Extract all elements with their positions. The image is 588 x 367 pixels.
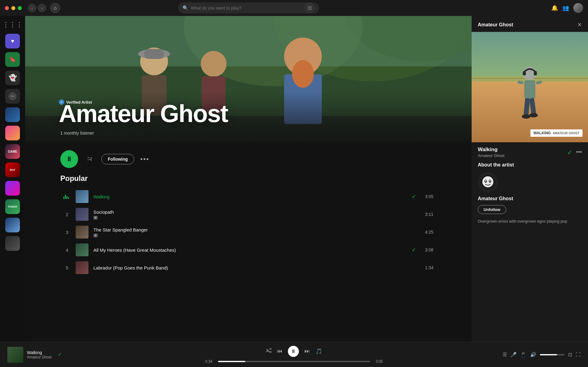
- track-1-info: Walking: [93, 194, 407, 199]
- track-4-name: All My Heroes (Have Great Moustaches): [93, 247, 407, 253]
- player-track-name: Walking: [27, 350, 52, 355]
- sidebar-item-disney-lullaby[interactable]: [5, 107, 20, 122]
- now-playing-actions: ✓ •••: [567, 149, 582, 156]
- sidebar-item-tangk[interactable]: TANGK: [5, 199, 20, 214]
- track-number-3: 3: [63, 230, 71, 235]
- titlebar: ‹ › ⌂ 🔍 ⊡ 🔔 👥: [0, 0, 588, 16]
- play-pause-button[interactable]: ⏸: [60, 150, 78, 168]
- svg-rect-22: [523, 98, 530, 117]
- unfollow-button[interactable]: Unfollow: [478, 205, 506, 214]
- following-button[interactable]: Following: [101, 154, 134, 164]
- player-progress-track[interactable]: [218, 361, 370, 362]
- player-fullscreen-button[interactable]: ⛶: [576, 352, 581, 357]
- player-saved-icon[interactable]: ✓: [58, 352, 62, 357]
- player-play-pause-button[interactable]: ⏸: [288, 346, 299, 357]
- main-layout: ⋮⋮⋮ ♥ 🔖 👻 GAME McF TANGK: [0, 16, 588, 342]
- sidebar-item-bookmarked[interactable]: 🔖: [5, 52, 20, 67]
- search-bar-container: 🔍 ⊡: [178, 2, 319, 13]
- player-track-thumbnail: [7, 347, 23, 363]
- track-4-thumbnail: [76, 243, 89, 256]
- sidebar-item-blue[interactable]: [5, 218, 20, 232]
- svg-rect-17: [523, 71, 526, 75]
- content-area: ✓ Verified Artist Amateur Ghost 1 monthl…: [25, 16, 588, 342]
- about-artist-avatar[interactable]: [478, 172, 498, 192]
- library-icon[interactable]: ⋮⋮⋮: [2, 21, 23, 29]
- svg-point-24: [522, 114, 530, 119]
- player-now-playing: Walking Amateur Ghost ✓: [7, 347, 93, 363]
- player-previous-button[interactable]: ⏮: [277, 348, 282, 354]
- track-row[interactable]: 2 Sociopath E 3:11: [60, 205, 436, 223]
- sidebar-item-purple-mix[interactable]: [5, 181, 20, 196]
- track-row[interactable]: 5 Labrador (Pop Goes the Punk Band) 1:34: [60, 259, 436, 277]
- track-5-duration: 1:34: [421, 265, 433, 270]
- track-number-2: 2: [63, 212, 71, 217]
- album-art: WALKING AMATEUR GHOST: [472, 32, 588, 142]
- track-row[interactable]: Walking ✓ 3:05: [60, 188, 436, 205]
- track-3-name: The Star Spangled Banger: [93, 227, 416, 232]
- now-playing-saved-icon[interactable]: ✓: [567, 149, 572, 156]
- sidebar-item-sketch[interactable]: [5, 89, 20, 104]
- track-number-4: 4: [63, 247, 71, 253]
- search-input[interactable]: [191, 6, 302, 10]
- player-queue-button[interactable]: ☰: [503, 352, 507, 357]
- home-button[interactable]: ⌂: [50, 3, 60, 13]
- explicit-badge-3: E: [93, 234, 98, 237]
- player-right-controls: ☰ 🎤 📱 🔊 ⊡ ⛶: [495, 352, 581, 357]
- album-label: WALKING AMATEUR GHOST: [530, 129, 582, 137]
- minimize-window-button[interactable]: [11, 6, 15, 10]
- track-4-duration: 3:08: [421, 247, 433, 252]
- artist-page: ✓ Verified Artist Amateur Ghost 1 monthl…: [25, 16, 472, 342]
- player-volume-fill: [540, 354, 557, 355]
- friends-icon[interactable]: 👥: [562, 5, 569, 11]
- ghost-icon: 👻: [9, 74, 17, 82]
- player-volume-icon[interactable]: 🔊: [530, 352, 536, 357]
- track-1-name: Walking: [93, 194, 407, 199]
- sidebar-item-regular[interactable]: [5, 236, 20, 251]
- monthly-listeners: 1 monthly listener: [60, 131, 94, 136]
- bookmark-icon: 🔖: [9, 56, 16, 63]
- close-panel-button[interactable]: ✕: [577, 21, 582, 28]
- maximize-window-button[interactable]: [18, 6, 22, 10]
- track-1-check-icon: ✓: [412, 193, 416, 200]
- artist-hero: ✓ Verified Artist Amateur Ghost 1 monthl…: [25, 16, 472, 142]
- popular-section: Popular: [25, 174, 472, 277]
- notifications-icon[interactable]: 🔔: [551, 5, 558, 11]
- forward-button[interactable]: ›: [38, 4, 46, 12]
- track-3-duration: 4:25: [421, 230, 433, 235]
- player-next-button[interactable]: ⏭: [304, 348, 310, 354]
- sidebar-item-game-fortune[interactable]: GAME: [5, 144, 20, 159]
- cast-device-icon[interactable]: ⊡: [304, 3, 315, 13]
- track-3-info: The Star Spangled Banger E: [93, 227, 416, 237]
- track-number-5: 5: [63, 265, 71, 270]
- track-1-thumbnail: [76, 190, 89, 203]
- close-window-button[interactable]: [5, 6, 9, 10]
- player-volume-bar[interactable]: [540, 354, 564, 355]
- traffic-lights: [5, 6, 22, 10]
- player-miniplayer-button[interactable]: ⊡: [568, 352, 572, 357]
- sidebar-item-liked-songs[interactable]: ♥: [5, 34, 20, 48]
- player-lyrics-button[interactable]: 🎵: [315, 348, 322, 355]
- more-options-button[interactable]: •••: [140, 155, 149, 163]
- nav-arrows: ‹ ›: [28, 4, 46, 12]
- player-shuffle-button[interactable]: [266, 348, 271, 355]
- user-avatar[interactable]: [573, 3, 583, 13]
- sidebar-item-colorful[interactable]: [5, 126, 20, 140]
- player-lyrics-toggle-button[interactable]: 🎤: [511, 352, 517, 357]
- back-button[interactable]: ‹: [28, 4, 36, 12]
- titlebar-right: 🔔 👥: [551, 3, 583, 13]
- track-3-thumbnail: [76, 226, 89, 239]
- player-connect-button[interactable]: 📱: [520, 352, 526, 357]
- sidebar-item-ghost[interactable]: 👻: [5, 71, 20, 85]
- track-number-1: [63, 194, 71, 199]
- about-section: About the artist Amateur Ghost Unfollow: [472, 162, 588, 231]
- svg-rect-18: [534, 71, 537, 75]
- track-list: Walking ✓ 3:05 2 Sociopath E 3:11: [60, 188, 436, 277]
- track-2-info: Sociopath E: [93, 209, 416, 220]
- controls-bar: ⏸ Following •••: [25, 142, 472, 174]
- track-row[interactable]: 4 All My Heroes (Have Great Moustaches) …: [60, 241, 436, 259]
- now-playing-more-icon[interactable]: •••: [576, 149, 582, 155]
- shuffle-button[interactable]: [84, 154, 95, 165]
- now-playing-artist: Amateur Ghost: [478, 153, 504, 158]
- track-row[interactable]: 3 The Star Spangled Banger E 4:25: [60, 223, 436, 241]
- sidebar-item-mcf-podcast[interactable]: McF: [5, 162, 20, 177]
